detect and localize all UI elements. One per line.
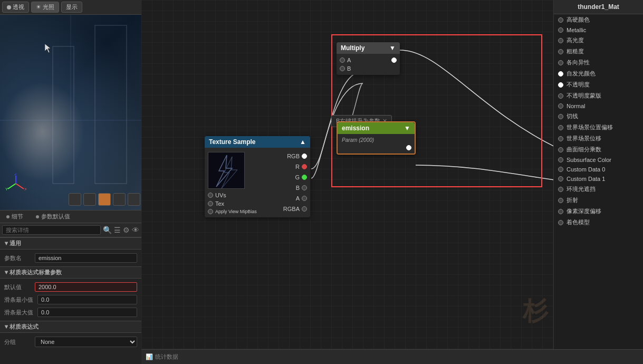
list-view-button[interactable]: ☰ xyxy=(114,226,121,234)
b-out-label: B xyxy=(263,185,300,191)
multiply-pin-a-in[interactable] xyxy=(340,58,345,63)
search-input[interactable] xyxy=(2,225,101,235)
mat-pin-dot xyxy=(558,220,563,225)
b-out-pin[interactable] xyxy=(302,185,307,190)
param-name-input[interactable] xyxy=(35,253,137,263)
mat-pin-dot xyxy=(558,157,563,162)
section-general-header[interactable]: 通用 xyxy=(0,237,141,250)
section-material-params-body: 默认值 滑条最小值 滑条最大值 xyxy=(0,279,141,321)
rgba-out-pin[interactable] xyxy=(302,206,307,212)
multiply-header: Multiply ▼ xyxy=(337,42,400,54)
viewport-icon-bar xyxy=(69,193,140,206)
vp-icon-4[interactable] xyxy=(113,193,126,206)
material-pin-row[interactable]: 切线 xyxy=(554,111,643,122)
svg-line-4 xyxy=(16,184,24,189)
mat-pin-label: 不透明度 xyxy=(567,81,590,89)
mat-pin-label: 高硬颜色 xyxy=(567,16,590,24)
material-pin-row[interactable]: 不透明度 xyxy=(554,79,643,90)
node-texture-sample[interactable]: Texture Sample ▲ UVs xyxy=(205,136,310,217)
tab-detail[interactable]: 细节 xyxy=(0,210,30,223)
left-viewport[interactable]: X Y Z xyxy=(0,15,141,210)
multiply-pin-b-row: B xyxy=(337,64,400,73)
material-pin-row[interactable]: 高光度 xyxy=(554,35,643,46)
section-material-expr-header[interactable]: 材质表达式 xyxy=(0,321,141,333)
uvs-pin-in[interactable] xyxy=(208,193,213,198)
material-pin-row[interactable]: 环境光遮挡 xyxy=(554,184,643,195)
tab-params-default[interactable]: 参数默认值 xyxy=(30,210,76,223)
material-pin-row[interactable]: 粗糙度 xyxy=(554,46,643,57)
stats-item[interactable]: 📊 统计数据 xyxy=(146,353,178,361)
section-general-label: 通用 xyxy=(9,240,21,247)
node-emission[interactable]: emission ▼ Param (2000) xyxy=(337,121,416,155)
apply-pin-row: Apply View MipBias xyxy=(205,208,260,215)
search-icon-button[interactable]: 🔍 xyxy=(103,226,112,234)
mat-pin-label: Subsurface Color xyxy=(567,157,611,163)
multiply-pin-b-label: B xyxy=(347,65,397,72)
material-pin-row[interactable]: 自发光颜色 xyxy=(554,68,643,79)
mat-pin-dot xyxy=(558,198,563,203)
material-pin-row[interactable]: 世界场景位移 xyxy=(554,133,643,144)
tab-dot-params xyxy=(36,215,39,218)
tab-dot-detail xyxy=(6,215,9,218)
material-pin-row[interactable]: Metallic xyxy=(554,25,643,35)
r-out-pin[interactable] xyxy=(302,164,307,169)
eye-icon-button[interactable]: 👁 xyxy=(132,226,139,234)
settings-icon-button[interactable]: ⚙ xyxy=(123,226,130,234)
mat-pin-dot xyxy=(558,103,563,109)
mat-pin-label: 各向异性 xyxy=(567,59,590,66)
toolbar-dropdown[interactable]: 透视 xyxy=(2,2,29,13)
right-panel-title: thunder1_Mat xyxy=(554,0,643,14)
material-pin-row[interactable]: 像素深度偏移 xyxy=(554,206,643,217)
vp-icon-5[interactable] xyxy=(128,193,140,206)
multiply-pin-b-in[interactable] xyxy=(340,66,345,71)
apply-pin-in[interactable] xyxy=(208,209,213,214)
material-pin-row[interactable]: 各向异性 xyxy=(554,57,643,68)
r-out-row: R xyxy=(260,162,310,171)
group-select[interactable]: None xyxy=(35,337,137,347)
mat-pin-label: Custom Data 0 xyxy=(567,166,605,173)
a-out-label: A xyxy=(263,195,300,202)
material-pin-row[interactable]: 折射 xyxy=(554,195,643,206)
toolbar-display[interactable]: 显示 xyxy=(61,2,82,13)
stats-icon: 📊 xyxy=(146,353,153,360)
mat-pin-dot xyxy=(558,27,563,33)
texture-collapse-icon[interactable]: ▲ xyxy=(300,138,306,146)
node-multiply[interactable]: Multiply ▼ A B xyxy=(337,42,400,75)
a-out-pin[interactable] xyxy=(302,196,307,201)
material-pin-row[interactable]: 不透明度蒙版 xyxy=(554,90,643,101)
tex-pin-in[interactable] xyxy=(208,201,213,206)
rgba-out-row: RGBA xyxy=(260,205,310,213)
section-material-params-header[interactable]: 材质表达式标量参数 xyxy=(0,266,141,279)
vp-icon-3[interactable] xyxy=(98,193,111,206)
emission-pin-out[interactable] xyxy=(406,145,411,150)
material-pin-row[interactable]: Subsurface Color xyxy=(554,155,643,165)
material-pin-row[interactable]: 世界场景位置偏移 xyxy=(554,122,643,133)
rgb-out-pin[interactable] xyxy=(302,154,307,159)
smooth-max-row: 滑条最大值 xyxy=(4,306,137,319)
tex-label: Tex xyxy=(215,200,257,207)
material-pin-row[interactable]: 曲面细分乘数 xyxy=(554,144,643,155)
material-pin-row[interactable]: Custom Data 0 xyxy=(554,165,643,174)
smooth-max-label: 滑条最大值 xyxy=(4,309,33,317)
mat-pin-label: 高光度 xyxy=(567,36,584,44)
emission-subtitle-label: Param (2000) xyxy=(338,136,415,144)
toolbar-lighting[interactable]: ☀ 光照 xyxy=(31,2,59,13)
g-out-label: G xyxy=(263,174,300,180)
rgb-out-label: RGB xyxy=(263,153,300,159)
material-pin-row[interactable]: Custom Data 1 xyxy=(554,174,643,184)
multiply-pin-out[interactable] xyxy=(391,58,397,63)
smooth-min-input[interactable] xyxy=(37,295,137,304)
svg-line-5 xyxy=(8,184,16,189)
g-out-pin[interactable] xyxy=(302,175,307,180)
right-panel: thunder1_Mat 高硬颜色Metallic高光度粗糙度各向异性自发光颜色… xyxy=(553,0,643,349)
tab-params-label: 参数默认值 xyxy=(41,213,70,221)
vp-icon-2[interactable] xyxy=(83,193,96,206)
default-value-input[interactable] xyxy=(35,282,137,292)
uvs-pin-row: UVs xyxy=(205,191,260,199)
smooth-max-input[interactable] xyxy=(37,308,137,317)
material-pin-row[interactable]: 着色模型 xyxy=(554,217,643,228)
material-pin-row[interactable]: Normal xyxy=(554,101,643,111)
mat-pin-label: 自发光颜色 xyxy=(567,70,596,78)
material-pin-row[interactable]: 高硬颜色 xyxy=(554,14,643,25)
vp-icon-1[interactable] xyxy=(69,193,81,206)
